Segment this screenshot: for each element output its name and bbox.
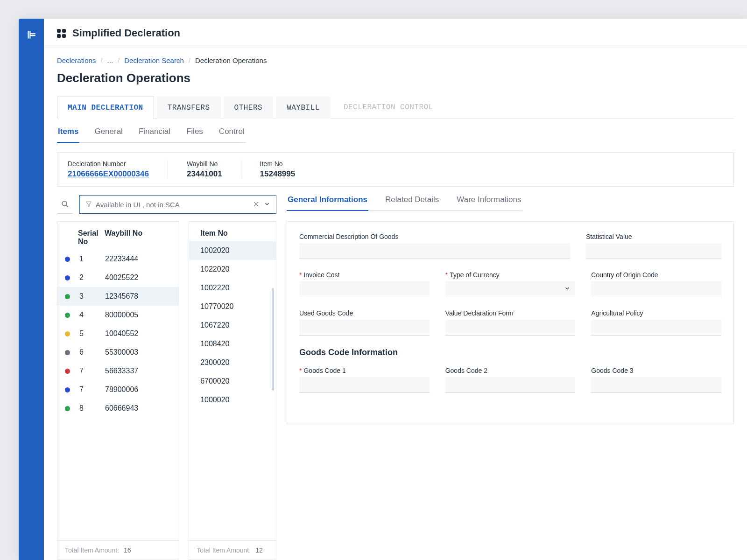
primary-tabs: MAIN DECLERATIONTRANSFERSOTHERSWAYBILLDE… <box>57 97 734 119</box>
table-row[interactable]: 1002020 <box>189 241 276 260</box>
table-row[interactable]: 1067220 <box>189 316 276 335</box>
decl-number-link[interactable]: 21066666EX00000346 <box>68 169 149 179</box>
field-agri-policy: Agricultural Policy <box>591 309 721 336</box>
list-body[interactable]: 1222334442400255223123456784800000055100… <box>57 250 179 540</box>
lists-row: Serial No Waybill No 1222334442400255223… <box>57 221 276 560</box>
list-body[interactable]: 1002020102202010022201077002010672201008… <box>189 241 276 540</box>
tab-waybill[interactable]: WAYBILL <box>276 97 331 119</box>
info-strip: Decleration Number 21066666EX00000346 Wa… <box>57 152 734 187</box>
table-row[interactable]: 1000020 <box>189 391 276 409</box>
field-goods-3: Goods Code 3 <box>591 367 721 393</box>
footer-value: 12 <box>255 546 263 554</box>
table-row[interactable]: 1002220 <box>189 279 276 297</box>
table-row[interactable]: 510040552 <box>57 324 179 343</box>
field-goods-1: *Goods Code 1 <box>299 367 430 393</box>
left-column: Available in UL, not in SCA <box>57 195 276 560</box>
filter-select[interactable]: Available in UL, not in SCA <box>79 195 276 214</box>
subtab-financial[interactable]: Financial <box>138 127 171 142</box>
table-row[interactable]: 1008420 <box>189 335 276 353</box>
field-statistical-value: Statistical Value <box>586 233 721 259</box>
field-label: *Invoice Cost <box>299 271 430 279</box>
tab-main-decleration[interactable]: MAIN DECLERATION <box>57 97 154 119</box>
cell-item: 1022020 <box>200 265 229 273</box>
table-row[interactable]: 1022020 <box>189 260 276 279</box>
cell-serial: 1 <box>79 255 105 263</box>
type-currency-select[interactable] <box>445 281 576 297</box>
invoice-cost-input[interactable] <box>299 281 430 297</box>
search-icon <box>61 200 69 208</box>
footer-label: Total Item Amount: <box>197 546 251 554</box>
table-row[interactable]: 860666943 <box>57 399 179 418</box>
field-label: Used Goods Code <box>299 309 430 317</box>
tab-others[interactable]: OTHERS <box>224 97 274 119</box>
tab-transfers[interactable]: TRANSFERS <box>157 97 221 119</box>
table-row[interactable]: 312345678 <box>57 287 179 306</box>
apps-grid-icon[interactable] <box>57 29 66 38</box>
field-label: Commercial Description Of Goods <box>299 233 570 240</box>
field-type-currency: *Type of Currency <box>445 271 576 297</box>
field-used-goods: Used Goods Code <box>299 309 430 336</box>
table-row[interactable]: 2300020 <box>189 353 276 372</box>
table-row[interactable]: 480000005 <box>57 306 179 324</box>
filter-icon <box>85 201 92 209</box>
detail-tab-general-informations[interactable]: General Informations <box>287 195 368 211</box>
filter-clear-button[interactable] <box>253 201 259 209</box>
cell-item: 1002220 <box>200 284 229 292</box>
breadcrumb-sep: / <box>118 56 120 64</box>
search-button[interactable] <box>57 195 73 214</box>
table-row[interactable]: 655300003 <box>57 343 179 362</box>
table-row[interactable]: 10770020 <box>189 297 276 316</box>
detail-tab-related-details[interactable]: Related Details <box>384 195 440 210</box>
cell-serial: 6 <box>79 348 105 357</box>
subtab-control[interactable]: Control <box>218 127 246 142</box>
app-header: Simplified Decleration <box>44 19 747 48</box>
goods-1-input[interactable] <box>299 377 430 393</box>
agri-policy-input[interactable] <box>591 320 721 336</box>
sidebar-rail: ⊫ <box>19 19 44 560</box>
value-decl-input[interactable] <box>445 320 576 336</box>
cell-serial: 5 <box>79 329 105 338</box>
cell-item: 1000020 <box>200 396 229 404</box>
cell-waybill: 10040552 <box>105 329 138 338</box>
status-dot-icon <box>65 313 70 318</box>
origin-code-input[interactable] <box>591 281 721 297</box>
used-goods-input[interactable] <box>299 320 430 336</box>
commercial-desc-input[interactable] <box>299 243 570 259</box>
cell-item: 10770020 <box>200 302 233 311</box>
col-serial: Serial No <box>65 229 105 246</box>
breadcrumb-sep: / <box>100 56 102 64</box>
section-goods-title: Goods Code Information <box>299 348 721 357</box>
detail-tab-ware-informations[interactable]: Ware Informations <box>456 195 522 210</box>
item-list-panel: Item No 10020201022020100222010770020106… <box>189 221 276 560</box>
cell-waybill: 40025522 <box>105 273 138 282</box>
app-window: ⊫ Simplified Decleration Declerations / … <box>19 19 747 560</box>
filter-expand-button[interactable] <box>264 201 270 209</box>
table-row[interactable]: 756633337 <box>57 362 179 380</box>
breadcrumb-search[interactable]: Decleration Search <box>124 56 184 64</box>
chevron-down-icon <box>564 285 571 293</box>
app-logo-icon: ⊫ <box>27 29 36 41</box>
field-invoice-cost: *Invoice Cost <box>299 271 430 297</box>
subtab-items[interactable]: Items <box>57 127 79 143</box>
goods-3-input[interactable] <box>591 377 721 393</box>
cell-waybill: 80000005 <box>105 311 138 319</box>
table-row[interactable]: 122233444 <box>57 250 179 268</box>
info-value: 15248995 <box>260 169 296 179</box>
cell-item: 1002020 <box>200 246 229 255</box>
breadcrumb-root[interactable]: Declerations <box>57 56 96 64</box>
breadcrumb-ellipsis[interactable]: ... <box>107 56 113 64</box>
info-label: Waybill No <box>187 160 222 168</box>
statistical-value-input[interactable] <box>586 243 721 259</box>
table-row[interactable]: 778900006 <box>57 380 179 399</box>
table-row[interactable]: 240025522 <box>57 268 179 287</box>
subtab-files[interactable]: Files <box>185 127 204 142</box>
cell-serial: 7 <box>79 385 105 394</box>
svg-line-1 <box>66 205 68 207</box>
footer-value: 16 <box>124 546 131 554</box>
scrollbar-thumb[interactable] <box>272 288 274 391</box>
subtab-general[interactable]: General <box>93 127 123 142</box>
right-column: General InformationsRelated DetailsWare … <box>287 195 734 560</box>
field-label: Goods Code 3 <box>591 367 721 374</box>
table-row[interactable]: 6700020 <box>189 372 276 391</box>
goods-2-input[interactable] <box>445 377 576 393</box>
